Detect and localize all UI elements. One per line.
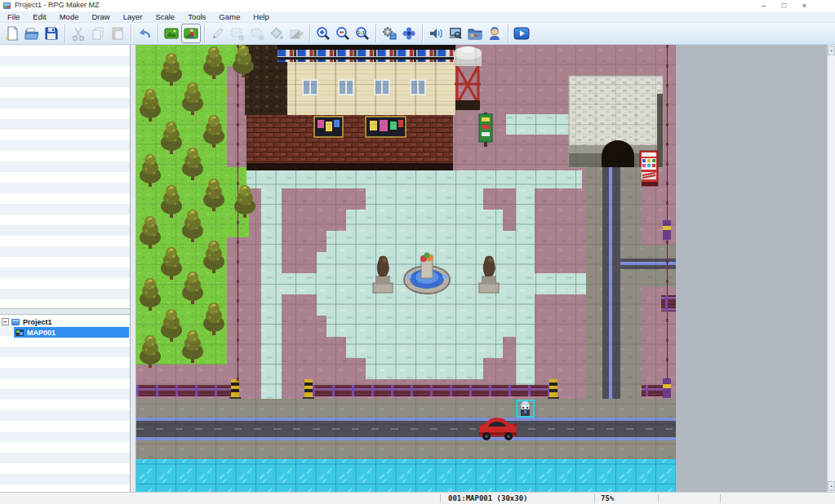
minimize-button[interactable]: –	[753, 0, 774, 11]
event-mode-icon	[183, 25, 199, 42]
window-title: Project1 - RPG Maker MZ	[15, 1, 100, 9]
new-project-icon	[4, 25, 20, 42]
vertical-splitter[interactable]	[131, 45, 136, 492]
tree-item-label: MAP001	[27, 329, 56, 337]
toolbar-sound-test[interactable]	[426, 24, 446, 43]
tree-item-label: Project1	[23, 318, 52, 326]
playtest-icon	[513, 25, 530, 42]
undo-icon	[136, 25, 153, 42]
app-icon	[3, 2, 11, 10]
window-controls: –□×	[753, 0, 815, 11]
tile-palette[interactable]	[0, 45, 131, 308]
toolbar-ellipse-tool[interactable]	[247, 24, 267, 43]
toolbar-new-project[interactable]	[2, 24, 22, 43]
zoom-out-icon	[335, 25, 351, 42]
menu-layer[interactable]: Layer	[117, 11, 149, 23]
toolbar-rectangle-tool[interactable]	[228, 24, 247, 43]
toolbar-undo[interactable]	[135, 24, 154, 43]
toolbar-zoom-in[interactable]	[313, 24, 333, 43]
sound-test-icon	[428, 25, 444, 42]
toolbar-separator	[508, 24, 509, 42]
menu-file[interactable]: File	[1, 11, 26, 23]
app-window: Project1 - RPG Maker MZ –□× FileEditMode…	[0, 0, 835, 504]
close-button[interactable]: ×	[794, 0, 815, 11]
toolbar-separator	[309, 24, 310, 42]
open-project-icon	[24, 25, 40, 42]
database-icon	[381, 25, 398, 42]
toolbar-flood-fill-tool[interactable]	[267, 24, 286, 43]
event-searcher-icon	[447, 25, 464, 42]
toolbar-playtest[interactable]	[512, 24, 531, 43]
scroll-down-button[interactable]: ▪	[828, 481, 835, 491]
scroll-up-button[interactable]: ▪	[828, 46, 835, 55]
toolbar-map-mode[interactable]	[162, 24, 181, 43]
menu-help[interactable]: Help	[247, 11, 276, 23]
tree-item-project[interactable]: − Project1	[0, 316, 52, 327]
toolbar-plugin-manager[interactable]	[399, 24, 419, 43]
tree-item-map001[interactable]: MAP001	[14, 327, 129, 338]
menu-game[interactable]: Game	[212, 11, 247, 23]
toolbar-open-project[interactable]	[22, 24, 42, 43]
map-viewport: ▪ ▪	[136, 45, 835, 492]
toolbar-separator	[204, 24, 205, 42]
tree-expander-icon[interactable]: −	[2, 318, 9, 325]
toolbar-resource-manager[interactable]	[465, 24, 485, 43]
status-separator	[658, 494, 659, 503]
toolbar-zoom-actual-size[interactable]	[353, 24, 372, 43]
zoom-in-icon	[315, 25, 331, 42]
toolbar-separator	[375, 24, 376, 42]
resource-manager-icon	[467, 25, 483, 42]
plugin-manager-icon	[401, 25, 417, 42]
toolbar	[0, 23, 835, 45]
toolbar-separator	[64, 24, 65, 42]
map-vertical-scrollbar[interactable]: ▪ ▪	[827, 45, 835, 492]
rectangle-tool-icon	[229, 25, 246, 42]
toolbar-character-generator[interactable]	[485, 24, 504, 43]
tile-grid-overlay	[136, 45, 676, 492]
project-icon	[11, 318, 20, 326]
map-tree-panel: − Project1 MAP001	[0, 315, 131, 492]
cut-icon	[70, 25, 87, 42]
status-separator	[440, 494, 441, 503]
status-separator	[594, 494, 595, 503]
toolbar-save-project[interactable]	[42, 24, 61, 43]
status-separator	[720, 494, 721, 503]
horizontal-splitter[interactable]	[0, 308, 131, 315]
toolbar-database[interactable]	[380, 24, 399, 43]
toolbar-paste[interactable]	[108, 24, 127, 43]
toolbar-zoom-out[interactable]	[333, 24, 353, 43]
copy-icon	[90, 25, 106, 42]
paste-icon	[109, 25, 126, 42]
toolbar-separator	[158, 24, 158, 42]
toolbar-shadow-pen-tool[interactable]	[286, 24, 306, 43]
status-zoom-level: 75%	[601, 494, 614, 502]
ellipse-tool-icon	[249, 25, 265, 42]
toolbar-separator	[131, 24, 131, 42]
menu-tools[interactable]: Tools	[181, 11, 212, 23]
toolbar-cut[interactable]	[69, 24, 88, 43]
status-map-info: 001:MAP001 (30x30)	[448, 494, 528, 502]
save-project-icon	[43, 25, 60, 42]
shadow-pen-tool-icon	[288, 25, 304, 42]
toolbar-copy[interactable]	[88, 24, 108, 43]
map-icon	[16, 329, 24, 337]
pencil-tool-icon	[210, 25, 226, 42]
menu-bar: FileEditModeDrawLayerScaleToolsGameHelp	[0, 11, 835, 23]
toolbar-event-searcher[interactable]	[446, 24, 465, 43]
title-bar: Project1 - RPG Maker MZ –□×	[0, 0, 835, 11]
maximize-button[interactable]: □	[774, 0, 794, 11]
toolbar-event-mode[interactable]	[181, 24, 201, 43]
menu-mode[interactable]: Mode	[53, 11, 86, 23]
menu-edit[interactable]: Edit	[26, 11, 52, 23]
map-canvas[interactable]	[136, 45, 676, 492]
menu-draw[interactable]: Draw	[85, 11, 116, 23]
menu-scale[interactable]: Scale	[149, 11, 181, 23]
character-generator-icon	[486, 25, 503, 42]
zoom-actual-size-icon	[354, 25, 371, 42]
map-mode-icon	[163, 25, 180, 42]
toolbar-separator	[422, 24, 423, 42]
flood-fill-tool-icon	[269, 25, 285, 42]
status-bar: 001:MAP001 (30x30) 75%	[0, 492, 835, 504]
toolbar-pencil-tool[interactable]	[208, 24, 228, 43]
